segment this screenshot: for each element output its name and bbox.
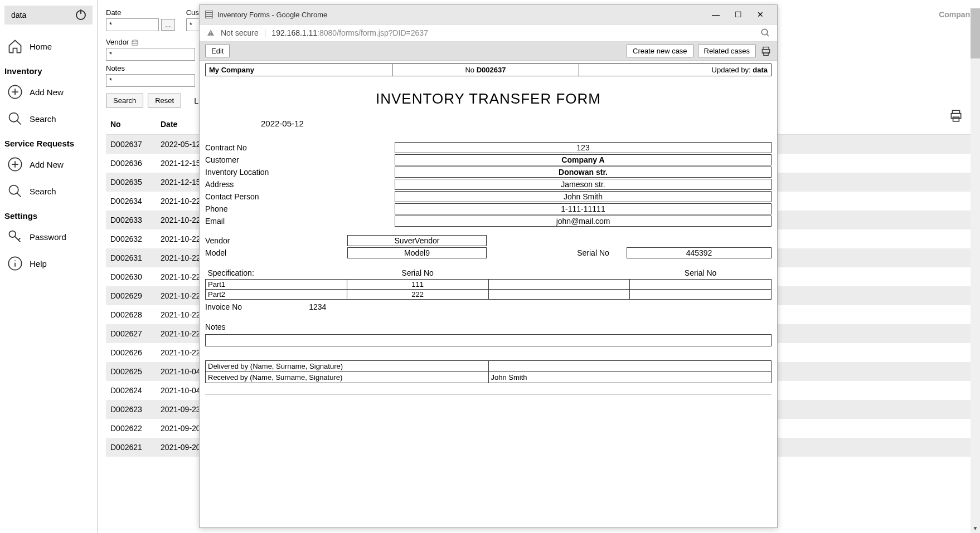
company-header: Company	[939, 10, 974, 19]
create-case-button[interactable]: Create new case	[627, 45, 693, 57]
address-bar: Not secure | 192.168.1.11:8080/forms/for…	[200, 25, 777, 42]
nav-service-search[interactable]: Search	[4, 178, 93, 204]
notes-label: Notes	[205, 322, 772, 331]
phone-label: Phone	[205, 204, 395, 214]
model-value: Model9	[347, 247, 487, 258]
minimize-button[interactable]: —	[705, 8, 727, 21]
svg-rect-13	[764, 52, 768, 55]
received-value: John Smith	[488, 372, 772, 383]
nav-service-add[interactable]: Add New	[4, 151, 93, 178]
nav-help-label: Help	[30, 259, 47, 268]
related-cases-button[interactable]: Related cases	[698, 45, 756, 57]
close-button[interactable]: ✕	[749, 8, 772, 21]
invoice-value: 1234	[309, 302, 326, 311]
scrollbar-down-icon[interactable]: ▼	[971, 524, 980, 533]
nav-add-label2: Add New	[30, 160, 64, 169]
window-title: Inventory Forms - Google Chrome	[217, 11, 700, 19]
info-icon	[7, 256, 23, 271]
home-icon	[7, 38, 23, 54]
cell-no: D002629	[106, 286, 156, 305]
cell-no: D002636	[106, 154, 156, 173]
delivered-label: Delivered by (Name, Surname, Signature)	[206, 361, 489, 372]
filter-date-label: Date	[106, 8, 175, 17]
section-settings: Settings	[4, 204, 93, 223]
cell-no: D002635	[106, 173, 156, 192]
sidebar: data Home Inventory Add New Search Servi…	[0, 0, 98, 533]
contact-value: John Smith	[395, 191, 772, 202]
email-value: john@mail.com	[395, 216, 772, 227]
location-label: Inventory Location	[205, 167, 395, 177]
section-inventory: Inventory	[4, 60, 93, 79]
col-no[interactable]: No	[106, 114, 156, 135]
current-user: data	[11, 11, 26, 19]
maximize-button[interactable]: ☐	[727, 8, 749, 21]
header-no: No D002637	[392, 64, 579, 76]
svg-point-3	[9, 185, 18, 194]
spec-part: Part2	[206, 290, 347, 300]
contact-label: Contact Person	[205, 192, 395, 202]
svg-rect-9	[953, 117, 959, 121]
spec-row: Part1111	[206, 280, 772, 290]
form-header-table: My Company No D002637 Updated by: data	[205, 63, 772, 76]
spec-s1: 222	[347, 290, 488, 300]
filter-date-input[interactable]	[106, 18, 159, 31]
section-service: Service Requests	[4, 132, 93, 151]
url[interactable]: 192.168.1.11:8080/forms/form.jsp?DID=263…	[271, 28, 428, 37]
cell-no: D002625	[106, 362, 156, 381]
cell-no: D002634	[106, 192, 156, 211]
filter-vendor-input[interactable]	[106, 48, 195, 61]
spec-part: Part1	[206, 280, 347, 290]
vendor-value: SuverVendor	[347, 235, 487, 246]
header-updated: Updated by: data	[579, 64, 771, 76]
spec-header: Specification:	[206, 267, 347, 280]
svg-point-6	[132, 40, 138, 41]
nav-inventory-add[interactable]: Add New	[4, 79, 93, 105]
cell-no: D002627	[106, 324, 156, 343]
model-label: Model	[205, 248, 347, 258]
spec-row: Part2222	[206, 290, 772, 300]
contract-no-label: Contract No	[205, 143, 395, 153]
logout-icon[interactable]	[76, 10, 86, 20]
divider	[205, 394, 772, 395]
nav-inventory-search[interactable]: Search	[4, 105, 93, 132]
spec-p2	[488, 280, 630, 290]
edit-button[interactable]: Edit	[205, 45, 230, 57]
titlebar: Inventory Forms - Google Chrome — ☐ ✕	[200, 5, 777, 25]
serial-label: Serial No	[560, 248, 627, 257]
nav-search-label2: Search	[30, 187, 56, 196]
nav-home[interactable]: Home	[4, 33, 93, 60]
nav-password-label: Password	[30, 232, 66, 242]
svg-rect-11	[763, 47, 769, 49]
cell-no: D002637	[106, 135, 156, 154]
nav-help[interactable]: Help	[4, 250, 93, 277]
cell-no: D002621	[106, 438, 156, 457]
nav-add-label: Add New	[30, 87, 64, 97]
date-picker-button[interactable]: ...	[161, 19, 175, 31]
scrollbar[interactable]: ▼	[971, 8, 980, 533]
filter-notes-input[interactable]	[106, 74, 195, 87]
serial-value: 445392	[627, 247, 772, 258]
form-toolbar: Edit Create new case Related cases	[200, 42, 777, 61]
spec-s1: 111	[347, 280, 488, 290]
customer-value: Company A	[395, 154, 772, 165]
form-body: My Company No D002637 Updated by: data I…	[200, 61, 777, 527]
nav-password[interactable]: Password	[4, 223, 93, 250]
zoom-icon[interactable]	[760, 28, 770, 38]
cell-no: D002622	[106, 419, 156, 438]
warning-icon	[206, 28, 215, 37]
vendor-label: Vendor	[205, 236, 347, 246]
reset-button[interactable]: Reset	[148, 94, 181, 107]
signature-table: Delivered by (Name, Surname, Signature) …	[205, 360, 772, 383]
cell-no: D002623	[106, 400, 156, 419]
address-value: Jameson str.	[395, 179, 772, 190]
cell-no: D002624	[106, 381, 156, 400]
contract-no-value: 123	[395, 142, 772, 153]
notes-box	[205, 334, 772, 346]
print-icon[interactable]	[760, 46, 772, 57]
search-button[interactable]: Search	[106, 94, 143, 107]
scrollbar-thumb[interactable]	[971, 8, 980, 58]
phone-value: 1-111-11111	[395, 203, 772, 214]
print-button-main[interactable]	[949, 109, 963, 125]
plus-circle-icon	[7, 157, 23, 172]
address-label: Address	[205, 179, 395, 189]
